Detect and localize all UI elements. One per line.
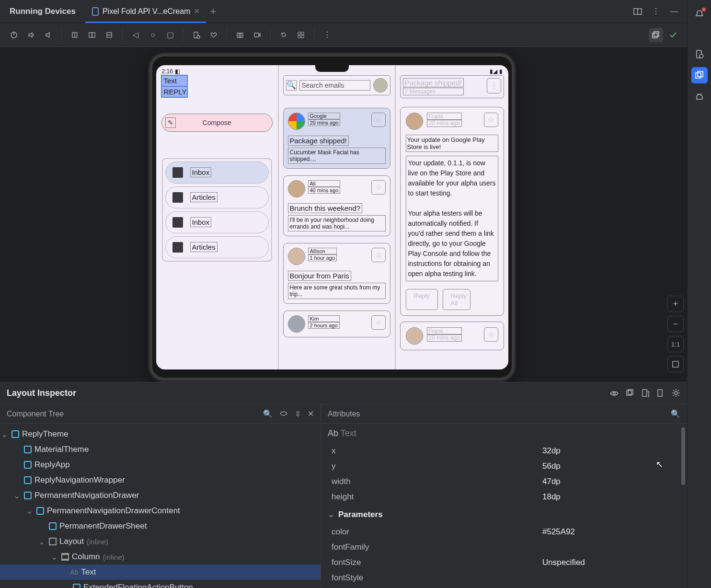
star-icon[interactable]: ☆ xyxy=(484,113,498,127)
tree-node[interactable]: ⌄ExtendedFloatingActionButton xyxy=(0,580,321,588)
close-icon[interactable]: × xyxy=(194,6,199,16)
settings-icon[interactable] xyxy=(672,389,680,398)
component-tree[interactable]: ⌄ReplyTheme MaterialTheme ReplyApp Reply… xyxy=(0,424,321,588)
notifications-icon[interactable] xyxy=(691,6,708,22)
android-icon[interactable] xyxy=(691,88,708,104)
layout-toggle-icon[interactable] xyxy=(632,6,643,17)
record-icon[interactable] xyxy=(250,28,264,42)
overview-icon[interactable]: ▢ xyxy=(163,28,177,42)
eye-icon[interactable] xyxy=(279,409,288,418)
back-icon[interactable]: ◁ xyxy=(128,28,143,42)
power-icon[interactable] xyxy=(7,28,21,42)
tree-node[interactable]: ⌄PermanentNavigationDrawerContent xyxy=(0,503,321,519)
svg-rect-20 xyxy=(653,33,657,38)
heart-icon[interactable] xyxy=(206,28,221,42)
search-bar[interactable]: 🔍 Search emails xyxy=(284,76,390,95)
svg-rect-31 xyxy=(696,73,701,78)
tree-node-selected[interactable]: AbText xyxy=(0,565,321,580)
device-toolbar: ◁ ○ ▢ ⋮ xyxy=(0,23,687,47)
more-icon[interactable]: ⋮ xyxy=(487,79,501,93)
minimize-icon[interactable]: — xyxy=(669,6,679,17)
toolbar-more-icon[interactable]: ⋮ xyxy=(320,28,334,42)
message-card[interactable]: Frank20 mins ago ☆ Your update on Google… xyxy=(401,107,504,315)
compose-button[interactable]: ✎ Compose xyxy=(162,114,272,131)
right-tool-rail xyxy=(687,0,711,588)
search-input[interactable]: Search emails xyxy=(300,81,370,90)
device-screen[interactable]: 2:16◧ ▮◢▮ Text REPLY ✎ Compose xyxy=(156,65,508,369)
zoom-reset-button[interactable]: 1:1 xyxy=(667,336,684,352)
layout-inspector-panel: Layout Inspector Component Tree 🔍 ⇳ ✕ xyxy=(0,382,687,588)
message-pane: Package shipped!7 Messages ⋮ Frank20 min… xyxy=(396,65,508,369)
layout-inspector-icon[interactable] xyxy=(691,67,708,83)
collapse-icon[interactable]: ✕ xyxy=(308,409,314,418)
nav-item-articles-2[interactable]: Articles xyxy=(166,237,268,258)
volume-down-icon[interactable] xyxy=(41,28,56,42)
scrollbar[interactable] xyxy=(681,427,685,485)
nav-item-inbox-2[interactable]: Inbox xyxy=(166,212,268,233)
tab-device[interactable]: Pixel Fold API V...eCream × xyxy=(85,0,206,23)
star-icon[interactable]: ☆ xyxy=(372,113,385,127)
zoom-fit-button[interactable] xyxy=(667,356,684,372)
visibility-icon[interactable] xyxy=(609,389,619,398)
device-mgr-icon[interactable] xyxy=(189,28,204,42)
tree-node[interactable]: ⌄Layout(inline) xyxy=(0,534,321,549)
svg-rect-22 xyxy=(673,361,678,367)
selected-text-overlay: Text REPLY xyxy=(162,76,187,97)
tree-node[interactable]: PermanentDrawerSheet xyxy=(0,519,321,534)
inspector-title: Layout Inspector xyxy=(7,388,76,398)
svg-point-28 xyxy=(675,392,677,394)
svg-rect-18 xyxy=(298,35,300,38)
svg-point-30 xyxy=(700,54,703,58)
nav-item-articles[interactable]: Articles xyxy=(166,187,268,208)
svg-rect-8 xyxy=(92,33,95,37)
email-card[interactable]: Kim2 hours ago ☆ xyxy=(284,311,390,337)
tree-node[interactable]: ReplyNavigationWrapper xyxy=(0,473,321,488)
device-select-icon[interactable] xyxy=(656,389,665,398)
check-icon[interactable] xyxy=(666,28,680,42)
tree-node[interactable]: ReplyApp xyxy=(0,457,321,473)
star-icon[interactable]: ☆ xyxy=(484,328,498,341)
attributes-list[interactable]: ↖ Ab Text x32dp y56dp width47dp height18… xyxy=(321,424,687,588)
stack-icon[interactable] xyxy=(649,28,663,42)
star-icon[interactable]: ☆ xyxy=(372,248,385,262)
svg-point-23 xyxy=(613,392,616,394)
reply-button[interactable]: Reply xyxy=(406,289,437,310)
chat-icon xyxy=(172,217,183,228)
volume-up-icon[interactable] xyxy=(24,28,38,42)
reply-all-button[interactable]: Reply All xyxy=(443,289,470,310)
tree-node[interactable]: ⌄Column(inline) xyxy=(0,549,321,565)
tree-node[interactable]: ⌄PermanentNavigationDrawer xyxy=(0,488,321,503)
star-icon[interactable]: ☆ xyxy=(372,316,385,329)
zoom-out-button[interactable]: − xyxy=(667,316,684,332)
expand-icon[interactable]: ⇳ xyxy=(295,409,301,418)
rotate-right-icon[interactable] xyxy=(85,28,99,42)
email-card[interactable]: Ali40 mins ago ☆ Brunch this weekend? I'… xyxy=(284,176,390,236)
home-icon[interactable]: ○ xyxy=(146,28,160,42)
new-tab-button[interactable]: + xyxy=(206,5,220,18)
tree-node[interactable]: MaterialTheme xyxy=(0,442,321,457)
nav-item-inbox[interactable]: Inbox xyxy=(166,162,268,183)
tiles-icon[interactable] xyxy=(294,28,308,42)
export-icon[interactable] xyxy=(641,389,650,398)
rotate-left-icon[interactable] xyxy=(68,28,82,42)
screenshot-icon[interactable] xyxy=(233,28,247,42)
email-card[interactable]: Allison1 hour ago ☆ Bonjour from Paris H… xyxy=(284,243,390,303)
fold-icon[interactable] xyxy=(102,28,116,42)
tree-node[interactable]: ⌄ReplyTheme xyxy=(0,427,321,442)
svg-point-14 xyxy=(239,34,241,36)
snapshot-icon[interactable] xyxy=(626,389,634,398)
star-icon[interactable]: ☆ xyxy=(372,181,385,194)
zoom-in-button[interactable]: + xyxy=(667,296,684,312)
sender-avatar xyxy=(288,248,305,265)
email-list-pane: 🔍 Search emails Google20 mins ago ☆ xyxy=(279,65,396,369)
more-icon[interactable]: ⋮ xyxy=(651,6,661,17)
email-card[interactable]: Google20 mins ago ☆ Package shipped! Cuc… xyxy=(284,108,390,168)
search-icon[interactable]: 🔍 xyxy=(263,409,273,418)
device-explorer-icon[interactable] xyxy=(691,46,708,62)
svg-rect-17 xyxy=(301,32,304,35)
search-icon[interactable]: 🔍 xyxy=(671,409,680,418)
message-card[interactable]: Frank20 mins ago ☆ xyxy=(401,322,504,350)
reload-icon[interactable] xyxy=(276,28,291,42)
component-tree-title: Component Tree xyxy=(7,410,64,418)
avatar[interactable] xyxy=(374,79,387,92)
